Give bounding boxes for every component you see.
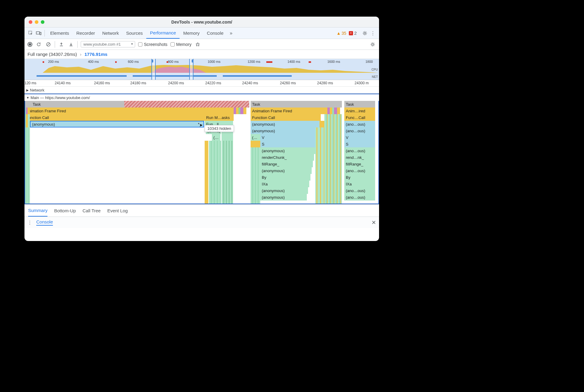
flame-stripe[interactable] [251,147,260,204]
flame-renderchunk[interactable]: renderChunk_ [260,154,314,161]
profile-select[interactable]: www.youtube.com #1 [81,41,135,47]
svg-rect-1 [36,32,40,34]
selected-range[interactable]: 1776.91ms [84,52,107,57]
flame-S[interactable]: S [260,141,316,147]
tab-elements[interactable]: Elements [47,27,73,39]
network-track-header[interactable]: ▶Network [24,87,379,93]
detail-ruler[interactable]: 120 ms 24140 ms 24160 ms 24180 ms 24200 … [24,80,379,87]
flame-fc[interactable]: Function Call [24,114,205,121]
flame-paren[interactable]: (… [251,134,260,141]
tab-performance[interactable]: Performance [146,27,180,39]
main-track-header[interactable]: ▼Main — https://www.youtube.com/ [24,94,379,101]
flame-sliver[interactable] [320,121,324,127]
kebab-icon[interactable]: ⋮ [28,220,32,225]
flame-sliver[interactable] [222,134,233,141]
flame-fillrange[interactable]: fillRange_ [260,161,313,167]
flame-stripe[interactable] [315,127,324,204]
flame-runm[interactable]: Run M…asks [205,114,234,121]
tab-console[interactable]: Console [203,27,227,39]
screenshots-checkbox[interactable]: Screenshots [138,42,167,47]
console-tab[interactable]: Console [36,219,53,226]
flame-anon[interactable]: (anonymous) [251,121,320,127]
flame-aff2[interactable]: Anim…ired [344,108,375,114]
flame-sliver[interactable] [337,108,340,114]
flame-stripe[interactable] [324,114,342,204]
tab-eventlog[interactable]: Event Log [107,205,128,217]
inspect-icon[interactable] [27,29,35,37]
flame-anonous[interactable]: (ano…ous) [344,167,375,174]
tab-summary[interactable]: Summary [28,205,47,217]
divider [44,30,45,37]
flame-stripe[interactable] [222,141,233,204]
flame-anon-selected[interactable]: (anonymous) [30,121,204,127]
overview-selection-handle[interactable] [151,59,156,80]
flame-anonous[interactable]: (ano…ous) [344,127,375,134]
flame-sliver[interactable] [236,108,238,114]
kebab-icon[interactable]: ⋮ [369,29,377,37]
record-button[interactable] [28,42,32,47]
flame-sliver[interactable] [334,108,337,114]
warnings-badge[interactable]: ▲35 [336,31,346,36]
memory-label: Memory [176,42,192,47]
flame-anon[interactable]: (anonymous) [251,127,318,134]
flame-stripe[interactable] [24,114,30,127]
tab-network[interactable]: Network [99,27,122,39]
flame-anonous[interactable]: (ano…ous) [344,147,375,154]
settings-icon[interactable] [361,29,369,37]
full-range[interactable]: Full range (34307.26ms) [28,52,77,57]
memory-checkbox[interactable]: Memory [170,42,192,47]
tab-recorder[interactable]: Recorder [73,27,99,39]
flame-by[interactable]: By [260,174,310,181]
flame-paren[interactable]: (… [212,134,220,141]
long-task-marker [124,101,249,108]
flame-sliver[interactable] [240,108,243,114]
flame-task[interactable]: Task [344,101,375,108]
flame-sliver[interactable] [327,108,330,114]
flame-aff[interactable]: Animation Frame Fired [24,108,234,114]
flame-sliver[interactable] [234,108,236,114]
reload-icon[interactable] [35,41,42,48]
flame-anon[interactable]: (anonymous) [260,167,312,174]
flame-anon[interactable]: (anonymous) [260,187,308,194]
flame-stripe[interactable] [205,141,208,204]
tab-bottomup[interactable]: Bottom-Up [54,205,76,217]
flame-chart[interactable]: Task Animation Frame Fired Function Call… [24,101,379,204]
flame-fc2[interactable]: Func…Call [344,114,375,121]
flame-anon[interactable]: (anonymous) [260,194,307,201]
garbage-icon[interactable] [194,41,201,48]
flame-fc[interactable]: Function Call [251,114,321,121]
overview-timeline[interactable]: 200 ms 400 ms 600 ms 800 ms 1000 ms 1200… [24,59,379,80]
flame-V[interactable]: V [344,134,375,141]
flame-anonous[interactable]: (ano…ous) [344,121,375,127]
flame-sliver[interactable] [251,141,260,147]
overview-selection-handle[interactable] [189,59,193,80]
upload-icon[interactable] [58,41,65,48]
flame-ixa[interactable]: IXa [344,181,375,187]
tab-calltree[interactable]: Call Tree [83,205,101,217]
flame-task[interactable]: Task [251,101,342,108]
flame-anon[interactable]: (anonymous) [260,147,315,154]
flame-S[interactable]: S [344,141,375,147]
close-icon[interactable]: ✕ [371,219,376,226]
clear-icon[interactable] [45,41,52,48]
flame-stripe[interactable] [209,141,221,204]
flame-anonous[interactable]: (ano…ous) [344,187,375,194]
flame-fillrange[interactable]: fillRange_ [344,161,375,167]
flame-by[interactable]: By [344,174,375,181]
flame-ixa[interactable]: IXa [260,181,309,187]
flame-aff[interactable]: Animation Frame Fired [251,108,327,114]
errors-badge[interactable]: ×2 [349,31,357,36]
flame-rendnk[interactable]: rend…nk_ [344,154,375,161]
tab-sources[interactable]: Sources [122,27,146,39]
tab-memory[interactable]: Memory [180,27,203,39]
flame-anonous[interactable]: (ano…ous) [344,194,375,201]
device-icon[interactable] [35,29,43,37]
flame-sliver[interactable] [330,108,332,114]
more-tabs-icon[interactable]: » [227,29,235,37]
flame-stripe[interactable] [24,127,30,204]
flame-sliver[interactable] [243,108,246,114]
flame-stripe[interactable] [28,108,30,114]
download-icon[interactable] [68,41,74,48]
flame-V[interactable]: V [260,134,318,141]
perf-settings-icon[interactable] [369,41,376,48]
